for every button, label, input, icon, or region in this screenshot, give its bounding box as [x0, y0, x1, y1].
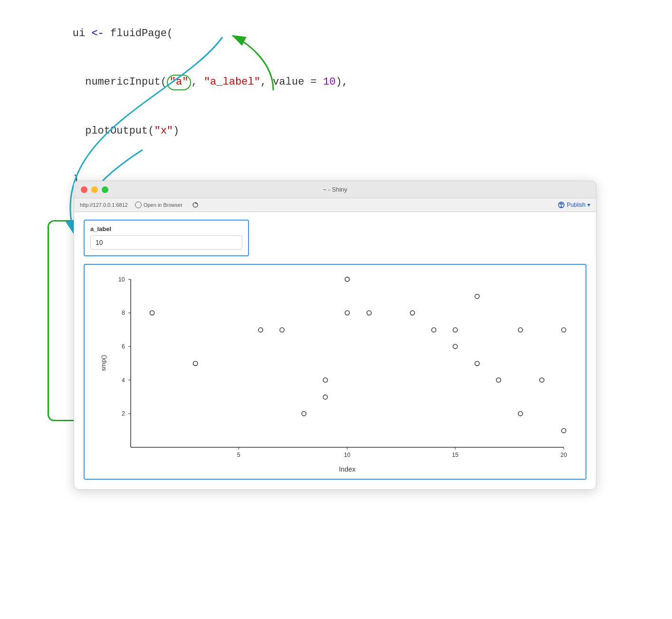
- scatter-plot: 2 4 6 8 10 5: [89, 270, 581, 474]
- data-point: [323, 378, 327, 382]
- data-point: [518, 411, 522, 416]
- open-in-browser-button[interactable]: Open in Browser: [133, 201, 185, 209]
- toolbar-left: http://127.0.0.1:6812 Open in Browser: [80, 201, 201, 209]
- data-point: [302, 411, 306, 416]
- code-text: 10: [323, 76, 336, 88]
- data-point: [410, 311, 414, 315]
- svg-text:6: 6: [122, 343, 125, 350]
- data-point: [475, 361, 479, 366]
- input-label: a_label: [90, 225, 242, 232]
- numeric-input-section: a_label: [84, 220, 249, 256]
- data-point: [475, 294, 479, 299]
- svg-text:15: 15: [452, 452, 459, 458]
- code-arrow: <-: [91, 28, 104, 39]
- svg-text:10: 10: [344, 452, 351, 458]
- close-dot[interactable]: [81, 186, 87, 193]
- code-text: "x": [154, 125, 173, 137]
- window-dots: [81, 186, 108, 193]
- data-point: [150, 311, 154, 315]
- browser-icon: [135, 202, 142, 208]
- window-title: ~ - Shiny: [323, 186, 347, 193]
- data-point: [496, 378, 500, 382]
- window-titlebar: ~ - Shiny: [74, 181, 596, 198]
- svg-text:5: 5: [237, 452, 240, 458]
- svg-text:10: 10: [118, 276, 125, 283]
- minimize-dot[interactable]: [91, 186, 98, 193]
- code-text: fluidPage(: [104, 28, 173, 39]
- code-text: ui: [73, 28, 92, 39]
- plot-output-section: 2 4 6 8 10 5: [84, 264, 586, 480]
- code-text: ,: [191, 76, 203, 88]
- publish-icon: [557, 201, 565, 209]
- x-axis-label: Index: [339, 465, 356, 473]
- shiny-window: ~ - Shiny http://127.0.0.1:6812 Open in …: [74, 181, 596, 490]
- open-in-browser-label: Open in Browser: [144, 202, 182, 208]
- data-point: [193, 361, 198, 366]
- data-point: [453, 344, 457, 348]
- data-point: [540, 378, 544, 382]
- publish-chevron: ▾: [587, 202, 590, 208]
- code-line-2: numericInput("a", "a_label", value = 10)…: [48, 58, 475, 106]
- maximize-dot[interactable]: [102, 186, 108, 193]
- data-point: [345, 277, 349, 281]
- data-point: [453, 328, 457, 332]
- code-text: plotOutput(: [73, 125, 154, 137]
- window-toolbar: http://127.0.0.1:6812 Open in Browser Pu…: [74, 198, 596, 212]
- data-point: [562, 328, 566, 332]
- refresh-button[interactable]: [190, 201, 201, 209]
- svg-text:4: 4: [122, 377, 125, 384]
- data-point: [562, 428, 566, 433]
- svg-text:8: 8: [122, 310, 125, 316]
- data-point: [345, 311, 349, 315]
- data-point: [259, 328, 263, 332]
- numeric-input-field[interactable]: [90, 235, 242, 250]
- code-text: "a_label": [204, 76, 260, 88]
- svg-text:2: 2: [122, 410, 125, 417]
- toolbar-url: http://127.0.0.1:6812: [80, 202, 128, 208]
- publish-button[interactable]: Publish ▾: [557, 201, 590, 209]
- data-point: [518, 328, 522, 332]
- code-line-1: ui <- fluidPage(: [48, 10, 475, 58]
- code-highlight-a: "a": [167, 75, 192, 90]
- plot-inner: 2 4 6 8 10 5: [89, 270, 581, 474]
- window-content: a_label 2: [74, 212, 596, 489]
- data-point: [280, 328, 284, 332]
- code-text: ),: [336, 76, 348, 88]
- code-line-3: plotOutput("x"): [48, 107, 475, 155]
- svg-text:20: 20: [560, 452, 567, 458]
- data-point: [367, 311, 371, 315]
- publish-label: Publish: [567, 202, 586, 208]
- code-text: numericInput(: [73, 76, 167, 88]
- code-text: , value =: [260, 76, 323, 88]
- data-point: [432, 328, 436, 332]
- data-point: [323, 395, 327, 399]
- y-axis-label: smp(): [100, 355, 107, 371]
- code-text: ): [173, 125, 179, 137]
- refresh-icon: [192, 202, 199, 208]
